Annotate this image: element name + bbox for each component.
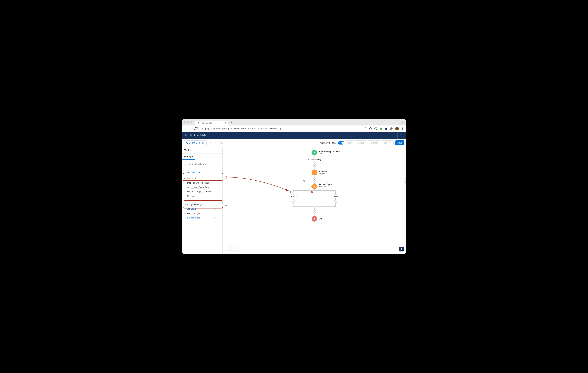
play-icon xyxy=(313,151,316,154)
save-button[interactable]: Save xyxy=(395,140,404,145)
app-back-icon[interactable] xyxy=(184,134,187,137)
resources-section-header: RESOURCES xyxy=(182,177,222,181)
svg-rect-18 xyxy=(187,195,188,196)
share-icon[interactable] xyxy=(364,127,367,130)
svg-point-23 xyxy=(215,217,216,218)
add-element-button[interactable]: + xyxy=(313,178,316,181)
false-branch-label[interactable]: False xyxy=(332,195,340,198)
info-icon[interactable] xyxy=(374,127,377,130)
new-tab-button[interactable]: + xyxy=(229,120,234,125)
true-branch-label[interactable]: True xyxy=(289,195,297,198)
browser-tab[interactable]: Flow Builder × xyxy=(195,121,228,125)
new-resource-button[interactable]: New Resource xyxy=(184,170,202,175)
minimize-window[interactable] xyxy=(187,121,189,123)
expand-handle[interactable]: ◀ xyxy=(404,178,406,185)
svg-point-5 xyxy=(380,127,382,130)
undo-button[interactable] xyxy=(208,141,213,145)
svg-rect-0 xyxy=(202,128,203,129)
record-variables-group[interactable]: Record (Single) Variables (1) xyxy=(182,189,222,194)
bookmark-icon[interactable] xyxy=(369,127,372,130)
record-var-item[interactable]: Lead xyxy=(182,194,222,198)
zoom-out-button[interactable]: − xyxy=(226,246,231,250)
svg-rect-19 xyxy=(188,195,189,196)
start-node[interactable] xyxy=(312,150,317,155)
run-button[interactable]: Run xyxy=(346,140,354,145)
add-element-button[interactable]: + xyxy=(334,200,337,203)
settings-button[interactable] xyxy=(220,141,225,145)
maximize-window[interactable] xyxy=(190,121,192,123)
tab-close-icon[interactable]: × xyxy=(224,122,226,124)
run-immediately-badge[interactable]: Run Immediately xyxy=(305,158,323,161)
lock-icon xyxy=(202,127,204,130)
menu-icon[interactable] xyxy=(401,127,404,130)
assignment-node-subtitle: Assignment xyxy=(319,173,328,175)
search-icon[interactable] xyxy=(214,217,216,219)
start-node-subtitle: Start xyxy=(319,153,340,155)
close-window[interactable] xyxy=(184,121,186,123)
extension-icon-1[interactable] xyxy=(379,127,382,130)
assignments-group[interactable]: Assignments (1) xyxy=(182,202,222,207)
svg-rect-28 xyxy=(314,218,315,219)
check-icon: ✓ xyxy=(339,142,340,144)
search-input[interactable] xyxy=(189,163,219,165)
url-field[interactable]: page-page-5950.lightning.force.com/build… xyxy=(200,127,362,130)
chevron-right-icon xyxy=(218,195,220,197)
svg-line-15 xyxy=(187,164,188,165)
svg-point-8 xyxy=(402,128,403,129)
activate-button[interactable]: Activate xyxy=(368,140,380,145)
add-element-button[interactable]: + xyxy=(291,200,295,203)
extensions-icon[interactable] xyxy=(390,127,393,130)
svg-line-22 xyxy=(216,209,216,210)
manager-tab[interactable]: Manager xyxy=(182,154,195,160)
add-element-button[interactable]: + xyxy=(313,164,316,167)
sparkle-icon xyxy=(400,248,403,250)
chevron-right-icon xyxy=(218,208,220,210)
decisions-group[interactable]: Decisions (1) xyxy=(182,211,222,216)
redo-icon xyxy=(214,142,217,144)
auto-layout-toggle[interactable]: ✓ xyxy=(338,141,344,145)
end-node[interactable] xyxy=(312,216,317,222)
back-icon[interactable] xyxy=(184,127,187,130)
reload-icon[interactable] xyxy=(194,127,198,130)
forward-icon[interactable] xyxy=(189,127,192,130)
decision-node-title: Is Lead Open xyxy=(319,183,332,186)
gear-icon xyxy=(221,142,223,144)
redo-button[interactable] xyxy=(213,141,218,145)
zoom-in-button[interactable]: + xyxy=(235,246,240,250)
debug-button[interactable]: Debug xyxy=(356,140,366,145)
chevron-down-icon xyxy=(184,182,186,184)
decision-item[interactable]: Is_Lead_Open xyxy=(182,216,222,220)
zoom-controls: − + xyxy=(226,246,240,250)
end-node-label: End xyxy=(319,218,322,220)
decision-outcomes-group[interactable]: Decision Outcomes (1) xyxy=(182,181,222,185)
svg-rect-11 xyxy=(186,142,187,143)
equals-icon xyxy=(313,171,316,174)
svg-rect-12 xyxy=(187,143,188,144)
chevron-right-icon xyxy=(218,186,220,188)
chevron-down-icon xyxy=(402,135,404,136)
stop-icon xyxy=(313,218,315,220)
extension-icon-2[interactable] xyxy=(385,127,388,130)
help-button[interactable]: ? xyxy=(397,132,404,139)
select-elements-button[interactable]: Select Elements xyxy=(184,140,207,145)
svg-point-13 xyxy=(222,143,222,143)
chevron-down-icon xyxy=(184,204,186,206)
profile-avatar[interactable] xyxy=(395,127,399,130)
assignment-node[interactable] xyxy=(312,170,317,175)
flow-canvas[interactable]: ◀ Record-Triggered Flow Start Run Immedi… xyxy=(223,147,406,254)
start-node-title: Record-Triggered Flow xyxy=(319,150,340,153)
tab-list-icon[interactable] xyxy=(401,121,404,124)
search-icon[interactable] xyxy=(214,208,216,210)
browser-tab-bar: Flow Builder × + xyxy=(182,119,406,125)
assignment-item[interactable]: Set_Lead xyxy=(182,207,222,211)
svg-marker-1 xyxy=(369,127,372,130)
ai-assistant-button[interactable] xyxy=(399,247,404,251)
search-box[interactable] xyxy=(184,162,221,166)
outcome-item[interactable]: Is_Lead_Open_True xyxy=(182,185,222,189)
zoom-fit-button[interactable] xyxy=(231,246,235,250)
address-bar: page-page-5950.lightning.force.com/build… xyxy=(182,125,406,132)
toolbox-sidebar: Toolbox Manager New Resource RESOURCES D… xyxy=(182,147,223,254)
save-as-button[interactable]: Save As xyxy=(382,140,394,145)
svg-point-9 xyxy=(402,129,403,130)
add-element-button[interactable]: + xyxy=(313,210,316,213)
